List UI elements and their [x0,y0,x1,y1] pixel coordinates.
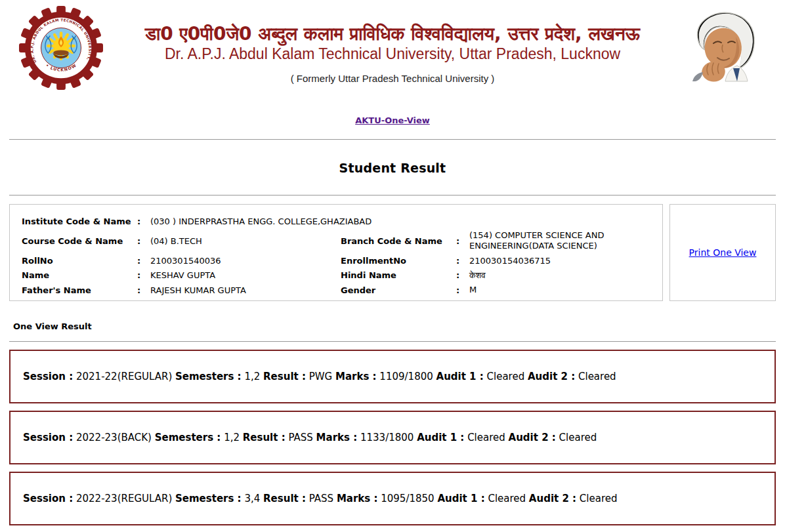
marks-label: Marks : [316,432,358,443]
result-line: Session : 2022-23(BACK) Semesters : 1,2 … [23,432,597,443]
semesters-value: 3,4 [244,493,260,504]
institute-label: Institute Code & Name [22,215,137,228]
university-title-english: Dr. A.P.J. Abdul Kalam Technical Univers… [0,45,785,63]
audit1-label: Audit 1 : [437,493,484,504]
audit2-label: Audit 2 : [509,432,556,443]
father-name-label: Father's Name [22,283,137,297]
result-row-session-2021-22-regular: Session : 2021-22(REGULAR) Semesters : 1… [9,350,776,403]
table-row-name-hindiname: Name : KESHAV GUPTA Hindi Name : केशव [22,268,650,283]
semesters-value: 1,2 [224,432,240,443]
colon: : [456,254,469,268]
semesters-label: Semesters : [155,432,221,443]
hindi-name-value: केशव [469,268,650,283]
marks-value: 1095/1850 [381,493,434,504]
page-title: Student Result [0,161,785,175]
rollno-value: 2100301540036 [150,254,341,268]
semesters-label: Semesters : [175,493,242,504]
table-row-father-gender: Father's Name : RAJESH KUMAR GUPTA Gende… [22,283,650,297]
marks-label: Marks : [337,493,378,504]
one-view-result-heading: One View Result [13,321,785,331]
result-label: Result : [263,371,306,382]
university-logo-emblem-icon: DR. A.P.J. ABDUL KALAM TECHNICAL UNIVERS… [18,5,104,91]
university-header: DR. A.P.J. ABDUL KALAM TECHNICAL UNIVERS… [0,0,785,100]
father-name-value: RAJESH KUMAR GUPTA [150,283,341,297]
colon: : [137,254,150,268]
divider-under-title [9,195,776,196]
colon: : [456,268,469,283]
session-value: 2022-23(BACK) [76,432,152,443]
course-label: Course Code & Name [22,228,137,254]
session-label: Session : [23,432,73,443]
marks-value: 1109/1800 [379,371,433,382]
colon: : [137,215,150,228]
colon: : [137,283,150,297]
audit2-value: Cleared [578,371,616,382]
branch-value: (154) COMPUTER SCIENCE AND ENGINEERING(D… [469,228,650,254]
colon: : [456,283,469,297]
university-formerly-line: ( Formerly Uttar Pradesh Technical Unive… [0,73,785,84]
audit1-value: Cleared [487,371,525,382]
colon: : [137,268,150,283]
audit1-label: Audit 1 : [417,432,464,443]
session-label: Session : [23,371,73,382]
university-title-block: डा0 ए0पी0जे0 अब्दुल कलाम प्राविधिक विश्व… [0,0,785,84]
enrollment-value: 210030154036715 [469,254,650,268]
gender-label: Gender [341,283,456,297]
audit1-value: Cleared [467,432,505,443]
session-label: Session : [23,493,73,504]
name-value: KESHAV GUPTA [150,268,341,283]
result-value: PASS [288,432,312,443]
audit2-value: Cleared [559,432,597,443]
hindi-name-label: Hindi Name [341,268,456,283]
rollno-label: RollNo [22,254,137,268]
abdul-kalam-portrait [679,8,766,88]
university-title-hindi: डा0 ए0पी0जे0 अब्दुल कलाम प्राविधिक विश्व… [0,24,785,45]
course-value: (04) B.TECH [150,228,341,254]
semesters-value: 1,2 [244,371,260,382]
result-label: Result : [243,432,286,443]
result-line: Session : 2021-22(REGULAR) Semesters : 1… [23,371,616,382]
student-info-section: Institute Code & Name : (030 ) INDERPRAS… [9,204,776,301]
branch-label: Branch Code & Name [341,228,456,254]
result-row-session-2022-23-regular: Session : 2022-23(REGULAR) Semesters : 3… [9,472,776,525]
marks-label: Marks : [335,371,377,382]
gender-value: M [469,283,650,297]
session-value: 2022-23(REGULAR) [76,493,172,504]
institute-value: (030 ) INDERPRASTHA ENGG. COLLEGE,GHAZIA… [150,215,650,228]
table-row-institute: Institute Code & Name : (030 ) INDERPRAS… [22,215,650,228]
audit1-label: Audit 1 : [436,371,484,382]
nav-link-row: AKTU-One-View [0,113,785,126]
audit2-label: Audit 2 : [528,371,575,382]
enrollment-label: EnrollmentNo [341,254,456,268]
marks-value: 1133/1800 [360,432,414,443]
divider-under-one-view [9,341,776,342]
audit1-value: Cleared [488,493,526,504]
result-line: Session : 2022-23(REGULAR) Semesters : 3… [23,493,618,504]
abdul-kalam-portrait-svg [679,8,766,88]
result-label: Result : [263,493,306,504]
aktu-one-view-link[interactable]: AKTU-One-View [355,115,430,125]
result-value: PASS [309,493,333,504]
divider-top [9,139,776,140]
colon: : [456,228,469,254]
table-row-course-branch: Course Code & Name : (04) B.TECH Branch … [22,228,650,254]
student-info-table: Institute Code & Name : (030 ) INDERPRAS… [22,215,650,297]
student-info-box: Institute Code & Name : (030 ) INDERPRAS… [9,204,663,301]
print-one-view-link[interactable]: Print One View [689,247,757,258]
session-value: 2021-22(REGULAR) [76,371,172,382]
aktu-emblem-svg: DR. A.P.J. ABDUL KALAM TECHNICAL UNIVERS… [18,5,104,91]
audit2-label: Audit 2 : [529,493,576,504]
colon: : [137,228,150,254]
semesters-label: Semesters : [175,371,242,382]
print-one-view-box: Print One View [669,204,776,301]
audit2-value: Cleared [580,493,618,504]
name-label: Name [22,268,137,283]
result-value: PWG [309,371,333,382]
result-row-session-2022-23-back: Session : 2022-23(BACK) Semesters : 1,2 … [9,411,776,464]
table-row-rollno-enrollment: RollNo : 2100301540036 EnrollmentNo : 21… [22,254,650,268]
